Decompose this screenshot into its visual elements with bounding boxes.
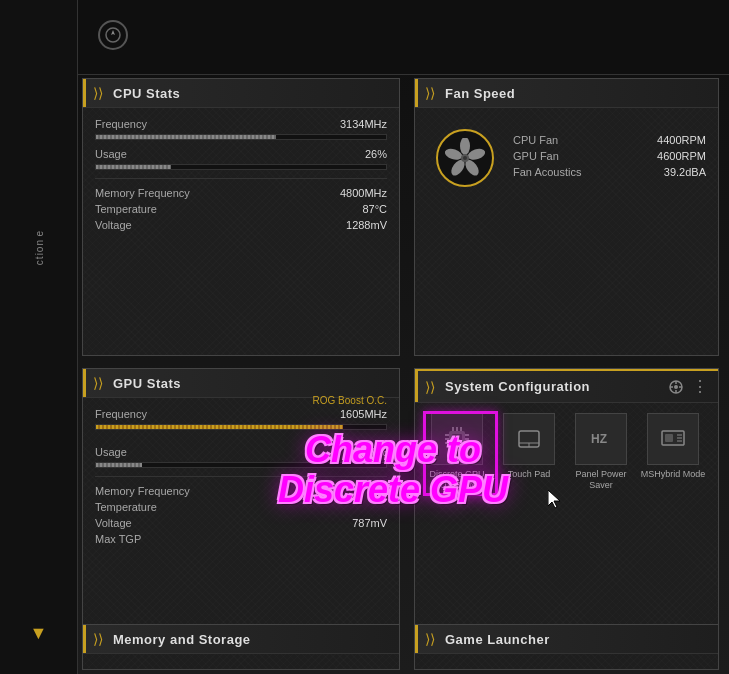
cpu-usage-row: Usage 26% bbox=[95, 148, 387, 160]
gpu-temp-row: Temperature bbox=[95, 501, 387, 513]
panel-power-item[interactable]: HZ Panel Power Saver bbox=[567, 413, 635, 491]
target-icon bbox=[668, 379, 684, 395]
gpu-usage-bar-fill bbox=[96, 463, 142, 467]
cpu-stats-title: CPU Stats bbox=[113, 86, 180, 101]
cpu-temp-value: 87°C bbox=[362, 203, 387, 215]
fan-body: CPU Fan 4400RPM GPU Fan 4600RPM Fan Acou… bbox=[415, 108, 718, 208]
rog-boost-label: ROG Boost O.C. bbox=[313, 395, 387, 406]
panel-power-icon-box[interactable]: HZ bbox=[575, 413, 627, 465]
gpu-usage-label: Usage bbox=[95, 446, 127, 458]
svg-point-1 bbox=[460, 138, 470, 155]
cpu-stats-panel: ⟩⟩ CPU Stats Frequency 3134MHz Usage 26% bbox=[82, 78, 400, 356]
cpu-divider bbox=[95, 178, 387, 179]
cpu-usage-bar-fill bbox=[96, 165, 171, 169]
cpu-usage-value: 26% bbox=[365, 148, 387, 160]
gpu-frequency-value: 1605MHz bbox=[340, 408, 387, 420]
fan-stats-right: CPU Fan 4400RPM GPU Fan 4600RPM Fan Acou… bbox=[503, 134, 706, 182]
touchpad-item[interactable]: Touch Pad bbox=[495, 413, 563, 480]
gpu-fan-label: GPU Fan bbox=[513, 150, 559, 162]
sidebar-arrow-icon[interactable]: ▼ bbox=[30, 623, 48, 644]
game-launcher-header: ⟩⟩ Game Launcher bbox=[415, 625, 718, 654]
sidebar-label-ction: ction bbox=[33, 239, 44, 265]
cpu-frequency-row: Frequency 3134MHz bbox=[95, 118, 387, 130]
gpu-usage-bar bbox=[95, 462, 387, 468]
svg-point-7 bbox=[463, 156, 467, 160]
gpu-mem-freq-row: Memory Frequency bbox=[95, 485, 387, 497]
hz-icon: HZ bbox=[585, 423, 617, 455]
cpu-frequency-label: Frequency bbox=[95, 118, 147, 130]
mshybrid-label: MSHybrid Mode bbox=[641, 469, 706, 480]
fan-icon-container bbox=[435, 128, 495, 188]
gpu-frequency-bar-fill bbox=[96, 425, 343, 429]
game-launcher-title: Game Launcher bbox=[445, 632, 550, 647]
mshybrid-item[interactable]: MSHybrid Mode bbox=[639, 413, 707, 480]
system-config-title: System Configuration bbox=[445, 379, 590, 394]
gpu-usage-row: Usage 16% bbox=[95, 446, 387, 458]
cpu-voltage-label: Voltage bbox=[95, 219, 132, 231]
cpu-frequency-bar-fill bbox=[96, 135, 276, 139]
more-options-icon[interactable]: ⋮ bbox=[692, 377, 708, 396]
cpu-fan-value: 4400RPM bbox=[657, 134, 706, 146]
cpu-mem-freq-value: 4800MHz bbox=[340, 187, 387, 199]
gpu-temp-label: Temperature bbox=[95, 501, 157, 513]
fan-acoustics-value: 39.2dBA bbox=[664, 166, 706, 178]
gpu-max-tgp-label: Max TGP bbox=[95, 533, 141, 545]
memory-storage-title: Memory and Storage bbox=[113, 632, 251, 647]
system-config-header-icons: ⋮ bbox=[668, 377, 708, 396]
cpu-fan-row: CPU Fan 4400RPM bbox=[513, 134, 706, 146]
mshybrid-icon-box[interactable] bbox=[647, 413, 699, 465]
main-background: e ction ▼ ⟩⟩ CPU Stats Frequency 3134MHz bbox=[0, 0, 729, 674]
gpu-mem-freq-label: Memory Frequency bbox=[95, 485, 190, 497]
system-config-panel: ⟩⟩ System Configuration ⋮ bbox=[414, 368, 719, 646]
gpu-stats-title: GPU Stats bbox=[113, 376, 181, 391]
gpu-usage-value: 16% bbox=[365, 446, 387, 458]
fan-circle-icon bbox=[436, 129, 494, 187]
fan-acoustics-row: Fan Acoustics 39.2dBA bbox=[513, 166, 706, 178]
panel-power-label: Panel Power Saver bbox=[567, 469, 635, 491]
cpu-temp-row: Temperature 87°C bbox=[95, 203, 387, 215]
cpu-usage-label: Usage bbox=[95, 148, 127, 160]
gpu-voltage-label: Voltage bbox=[95, 517, 132, 529]
touchpad-icon-box[interactable] bbox=[503, 413, 555, 465]
gpu-voltage-value: 787mV bbox=[352, 517, 387, 529]
cpu-voltage-value: 1288mV bbox=[346, 219, 387, 231]
gpu-voltage-row: Voltage 787mV bbox=[95, 517, 387, 529]
cpu-frequency-value: 3134MHz bbox=[340, 118, 387, 130]
mshybrid-icon bbox=[657, 423, 689, 455]
content-area: ⟩⟩ CPU Stats Frequency 3134MHz Usage 26% bbox=[78, 0, 729, 674]
gpu-frequency-label: Frequency bbox=[95, 408, 147, 420]
fan-acoustics-label: Fan Acoustics bbox=[513, 166, 581, 178]
touchpad-icon bbox=[513, 423, 545, 455]
gpu-frequency-bar bbox=[95, 424, 387, 430]
gpu-fan-value: 4600RPM bbox=[657, 150, 706, 162]
cpu-temp-label: Temperature bbox=[95, 203, 157, 215]
cpu-stats-body: Frequency 3134MHz Usage 26% Memory Frequ… bbox=[83, 108, 399, 245]
memory-storage-panel: ⟩⟩ Memory and Storage bbox=[82, 624, 400, 670]
sidebar: e ction ▼ bbox=[0, 0, 78, 674]
cpu-voltage-row: Voltage 1288mV bbox=[95, 219, 387, 231]
mux-switch-highlight bbox=[423, 411, 498, 496]
fan-speed-title: Fan Speed bbox=[445, 86, 515, 101]
gpu-stats-body: Frequency 1605MHz ROG Boost O.C. Usage 1… bbox=[83, 398, 399, 559]
svg-text:HZ: HZ bbox=[591, 432, 607, 446]
sidebar-label-e: e bbox=[33, 230, 44, 237]
memory-storage-header: ⟩⟩ Memory and Storage bbox=[83, 625, 399, 654]
gpu-max-tgp-row: Max TGP bbox=[95, 533, 387, 545]
cpu-stats-header: ⟩⟩ CPU Stats bbox=[83, 79, 399, 108]
gpu-stats-header: ⟩⟩ GPU Stats bbox=[83, 369, 399, 398]
svg-point-9 bbox=[674, 385, 678, 389]
gpu-divider bbox=[95, 476, 387, 477]
cpu-fan-label: CPU Fan bbox=[513, 134, 558, 146]
game-launcher-panel: ⟩⟩ Game Launcher bbox=[414, 624, 719, 670]
cpu-usage-bar bbox=[95, 164, 387, 170]
gpu-fan-row: GPU Fan 4600RPM bbox=[513, 150, 706, 162]
fan-speed-header: ⟩⟩ Fan Speed bbox=[415, 79, 718, 108]
gpu-stats-panel: ⟩⟩ GPU Stats Frequency 1605MHz ROG Boost… bbox=[82, 368, 400, 646]
cpu-frequency-bar bbox=[95, 134, 387, 140]
cpu-mem-freq-label: Memory Frequency bbox=[95, 187, 190, 199]
system-config-header: ⟩⟩ System Configuration ⋮ bbox=[415, 369, 718, 403]
gpu-frequency-row: Frequency 1605MHz bbox=[95, 408, 387, 420]
svg-rect-33 bbox=[665, 434, 673, 442]
touchpad-label: Touch Pad bbox=[508, 469, 551, 480]
fan-speed-panel: ⟩⟩ Fan Speed bbox=[414, 78, 719, 356]
